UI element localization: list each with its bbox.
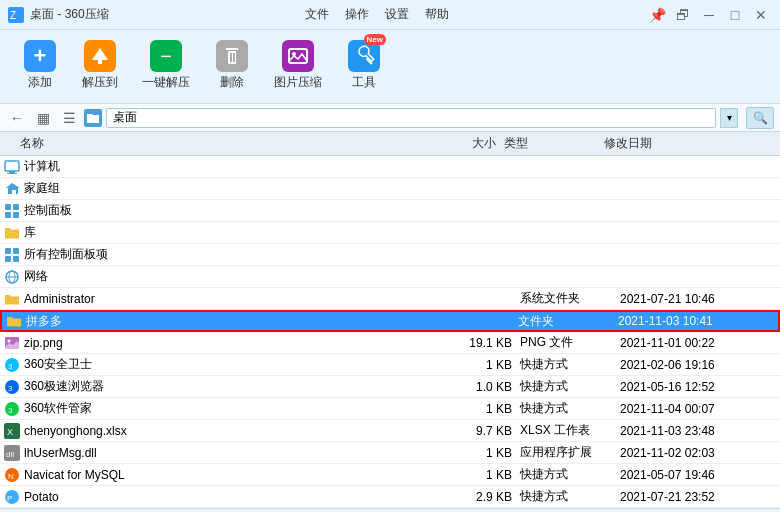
address-input[interactable] xyxy=(106,108,716,128)
table-row[interactable]: P Potato 2.9 KB 快捷方式 2021-07-21 23:52 xyxy=(0,486,780,508)
minimize-button[interactable]: ─ xyxy=(698,5,720,25)
header-size[interactable]: 大小 xyxy=(414,135,504,152)
file-name: N Navicat for MySQL xyxy=(0,467,430,483)
file-list-header: 名称 大小 类型 修改日期 xyxy=(0,132,780,156)
toolbar-extract[interactable]: 解压到 xyxy=(72,36,128,95)
toolbar-image[interactable]: 图片压缩 xyxy=(264,36,332,95)
file-name: 所有控制面板项 xyxy=(0,246,430,263)
svg-rect-18 xyxy=(5,248,11,254)
add-icon: + xyxy=(24,40,56,72)
file-date: 2021-11-04 00:07 xyxy=(620,402,780,416)
svg-text:3: 3 xyxy=(8,362,13,371)
file-size: 1.0 KB xyxy=(430,380,520,394)
file-name: 家庭组 xyxy=(0,180,430,197)
header-date[interactable]: 修改日期 xyxy=(604,135,764,152)
file-name-text: 库 xyxy=(24,224,36,241)
file-icon: 3 xyxy=(4,379,20,395)
svg-point-26 xyxy=(8,339,11,342)
file-name: 计算机 xyxy=(0,158,430,175)
table-row[interactable]: Administrator 系统文件夹 2021-07-21 10:46 xyxy=(0,288,780,310)
table-row[interactable]: 控制面板 xyxy=(0,200,780,222)
image-icon xyxy=(282,40,314,72)
svg-text:3: 3 xyxy=(8,384,13,393)
file-name: 3 360安全卫士 xyxy=(0,356,430,373)
toolbar-add[interactable]: + 添加 xyxy=(12,36,68,95)
extract-label: 解压到 xyxy=(82,74,118,91)
list-view-btn[interactable]: ▦ xyxy=(32,107,54,129)
menu-help[interactable]: 帮助 xyxy=(425,6,449,23)
title-bar-left: Z 桌面 - 360压缩 xyxy=(8,6,109,23)
maximize-button[interactable]: □ xyxy=(724,5,746,25)
svg-rect-17 xyxy=(13,212,19,218)
file-size: 1 KB xyxy=(430,446,520,460)
extract-icon xyxy=(84,40,116,72)
window-title: 桌面 - 360压缩 xyxy=(30,6,109,23)
menu-operation[interactable]: 操作 xyxy=(345,6,369,23)
file-name: X chenyonghong.xlsx xyxy=(0,423,430,439)
file-name-text: chenyonghong.xlsx xyxy=(24,424,127,438)
header-name[interactable]: 名称 xyxy=(0,135,414,152)
toolbar-tool[interactable]: New 工具 xyxy=(336,36,392,95)
table-row[interactable]: 拼多多 文件夹 2021-11-03 10:41 xyxy=(0,310,780,332)
close-button[interactable]: ✕ xyxy=(750,5,772,25)
table-row[interactable]: zip.png 19.1 KB PNG 文件 2021-11-01 00:22 xyxy=(0,332,780,354)
file-icon xyxy=(4,225,20,241)
address-dropdown[interactable]: ▾ xyxy=(720,108,738,128)
file-size: 1 KB xyxy=(430,358,520,372)
image-label: 图片压缩 xyxy=(274,74,322,91)
file-type: 应用程序扩展 xyxy=(520,444,620,461)
app-icon: Z xyxy=(8,7,24,23)
file-icon xyxy=(4,269,20,285)
file-date: 2021-02-06 19:16 xyxy=(620,358,780,372)
file-date: 2021-07-21 10:46 xyxy=(620,292,780,306)
table-row[interactable]: 网络 xyxy=(0,266,780,288)
file-icon xyxy=(4,159,20,175)
file-type: PNG 文件 xyxy=(520,334,620,351)
delete-icon xyxy=(216,40,248,72)
table-row[interactable]: 所有控制面板项 xyxy=(0,244,780,266)
table-row[interactable]: dll lhUserMsg.dll 1 KB 应用程序扩展 2021-11-02… xyxy=(0,442,780,464)
pin-button[interactable]: 📌 xyxy=(646,5,668,25)
svg-rect-6 xyxy=(230,53,232,62)
file-date: 2021-11-03 23:48 xyxy=(620,424,780,438)
menu-settings[interactable]: 设置 xyxy=(385,6,409,23)
file-date: 2021-11-01 00:22 xyxy=(620,336,780,350)
file-icon: dll xyxy=(4,445,20,461)
svg-rect-13 xyxy=(7,173,17,174)
new-badge: New xyxy=(364,34,386,45)
detail-view-btn[interactable]: ☰ xyxy=(58,107,80,129)
table-row[interactable]: 家庭组 xyxy=(0,178,780,200)
file-name: P Potato xyxy=(0,489,430,505)
file-icon xyxy=(4,247,20,263)
file-icon: 3 xyxy=(4,401,20,417)
menu-file[interactable]: 文件 xyxy=(305,6,329,23)
file-date: 2021-11-03 10:41 xyxy=(618,314,778,328)
svg-rect-20 xyxy=(5,256,11,262)
toolbar-onekey[interactable]: − 一键解压 xyxy=(132,36,200,95)
svg-rect-16 xyxy=(5,212,11,218)
table-row[interactable]: X chenyonghong.xlsx 9.7 KB XLSX 工作表 2021… xyxy=(0,420,780,442)
table-row[interactable]: 库 xyxy=(0,222,780,244)
table-row[interactable]: 3 360软件管家 1 KB 快捷方式 2021-11-04 00:07 xyxy=(0,398,780,420)
table-row[interactable]: 3 360安全卫士 1 KB 快捷方式 2021-02-06 19:16 xyxy=(0,354,780,376)
toolbar-delete[interactable]: 删除 xyxy=(204,36,260,95)
file-size: 19.1 KB xyxy=(430,336,520,350)
onekey-label: 一键解压 xyxy=(142,74,190,91)
file-date: 2021-05-16 12:52 xyxy=(620,380,780,394)
table-row[interactable]: 计算机 xyxy=(0,156,780,178)
header-type[interactable]: 类型 xyxy=(504,135,604,152)
file-icon xyxy=(4,203,20,219)
back-button[interactable]: ← xyxy=(6,107,28,129)
table-row[interactable]: 3 360极速浏览器 1.0 KB 快捷方式 2021-05-16 12:52 xyxy=(0,376,780,398)
restore-button[interactable]: 🗗 xyxy=(672,5,694,25)
search-button[interactable]: 🔍 xyxy=(746,107,774,129)
svg-text:Z: Z xyxy=(10,10,16,21)
svg-rect-14 xyxy=(5,204,11,210)
file-name-text: 网络 xyxy=(24,268,48,285)
file-date: 2021-11-02 02:03 xyxy=(620,446,780,460)
svg-text:3: 3 xyxy=(8,406,13,415)
file-size: 1 KB xyxy=(430,468,520,482)
add-label: 添加 xyxy=(28,74,52,91)
table-row[interactable]: N Navicat for MySQL 1 KB 快捷方式 2021-05-07… xyxy=(0,464,780,486)
title-bar-controls: 📌 🗗 ─ □ ✕ xyxy=(646,5,772,25)
